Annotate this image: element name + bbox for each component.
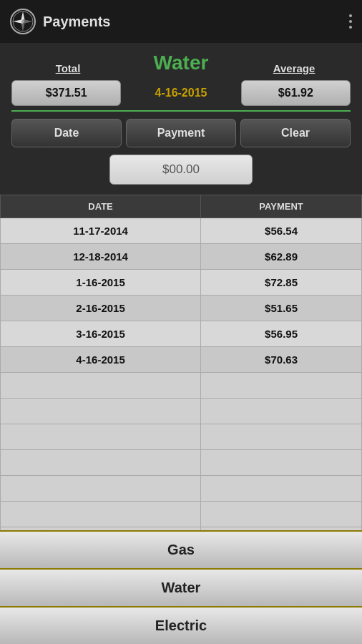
empty-cell [1, 450, 201, 476]
cell-date: 2-16-2015 [1, 296, 201, 321]
table-row[interactable]: 3-16-2015 $56.95 [1, 321, 362, 347]
app-title: Payments [43, 14, 111, 30]
payment-button[interactable]: Payment [126, 119, 236, 147]
clear-button[interactable]: Clear [240, 119, 351, 147]
table-row[interactable]: 4-16-2015 $70.63 [1, 347, 362, 373]
empty-cell [201, 450, 362, 476]
empty-table-row [1, 476, 362, 502]
cell-payment: $62.89 [201, 244, 362, 270]
cell-payment: $72.85 [201, 270, 362, 296]
empty-cell [1, 476, 201, 502]
payments-table: DATE PAYMENT 11-17-2014 $56.54 12-18-201… [0, 195, 362, 553]
cell-date: 11-17-2014 [1, 218, 201, 244]
empty-cell [201, 399, 362, 424]
empty-table-row [1, 450, 362, 476]
table-row[interactable]: 1-16-2015 $72.85 [1, 270, 362, 296]
top-section: Total Water Average $371.51 4-16-2015 $6… [0, 43, 362, 185]
app-header: Payments [0, 0, 362, 43]
empty-cell [1, 399, 201, 424]
empty-table-row [1, 373, 362, 399]
value-row: $371.51 4-16-2015 $61.92 [11, 80, 351, 106]
empty-cell [201, 502, 362, 527]
total-label: Total [11, 62, 124, 74]
date-value: 4-16-2015 [127, 87, 235, 99]
table-row[interactable]: 2-16-2015 $51.65 [1, 296, 362, 321]
payments-table-section: DATE PAYMENT 11-17-2014 $56.54 12-18-201… [0, 195, 362, 553]
header-left: Payments [10, 9, 111, 34]
col-payment-header: PAYMENT [201, 195, 362, 218]
label-row: Total Water Average [11, 52, 351, 74]
table-header-row: DATE PAYMENT [1, 195, 362, 218]
empty-cell [1, 424, 201, 450]
empty-cell [201, 373, 362, 399]
tab-water[interactable]: Water [0, 568, 362, 606]
tab-gas[interactable]: Gas [0, 530, 362, 568]
empty-cell [201, 424, 362, 450]
green-divider [11, 110, 351, 112]
date-button[interactable]: Date [11, 119, 122, 147]
more-options-button[interactable] [349, 14, 352, 29]
dot2 [349, 20, 352, 23]
cell-payment: $51.65 [201, 296, 362, 321]
empty-cell [1, 502, 201, 527]
empty-cell [1, 373, 201, 399]
cell-date: 4-16-2015 [1, 347, 201, 373]
input-row: $00.00 [11, 155, 351, 185]
svg-marker-5 [23, 19, 33, 24]
empty-table-row [1, 399, 362, 424]
amount-input[interactable]: $00.00 [109, 155, 253, 185]
cell-payment: $70.63 [201, 347, 362, 373]
cell-date: 12-18-2014 [1, 244, 201, 270]
action-buttons-row: Date Payment Clear [11, 119, 351, 147]
category-label: Water [124, 52, 238, 74]
col-date-header: DATE [1, 195, 201, 218]
cell-date: 1-16-2015 [1, 270, 201, 296]
table-row[interactable]: 11-17-2014 $56.54 [1, 218, 362, 244]
dot3 [349, 26, 352, 29]
compass-icon [10, 9, 36, 34]
cell-payment: $56.54 [201, 218, 362, 244]
average-value: $61.92 [241, 80, 351, 106]
svg-point-6 [21, 20, 24, 23]
empty-table-row [1, 424, 362, 450]
table-row[interactable]: 12-18-2014 $62.89 [1, 244, 362, 270]
dot1 [349, 14, 352, 17]
tab-electric[interactable]: Electric [0, 606, 362, 644]
empty-cell [201, 476, 362, 502]
total-value: $371.51 [11, 80, 121, 106]
bottom-tabs: Gas Water Electric [0, 530, 362, 644]
average-label: Average [238, 62, 351, 74]
cell-date: 3-16-2015 [1, 321, 201, 347]
empty-table-row [1, 502, 362, 527]
svg-marker-4 [13, 19, 23, 24]
cell-payment: $56.95 [201, 321, 362, 347]
